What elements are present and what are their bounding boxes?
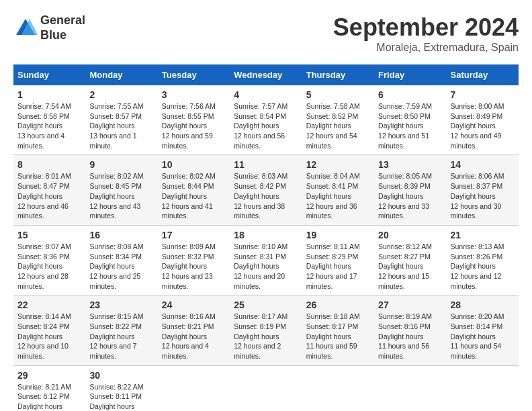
day-number: 10 (162, 159, 226, 170)
location: Moraleja, Extremadura, Spain (333, 42, 519, 54)
day-number: 20 (378, 230, 442, 240)
day-info: Sunrise: 8:16 AM Sunset: 8:21 PM Dayligh… (162, 312, 226, 361)
day-number: 3 (162, 89, 226, 100)
calendar-cell: 19 Sunrise: 8:11 AM Sunset: 8:29 PM Dayl… (302, 225, 374, 295)
day-number: 24 (162, 300, 226, 310)
day-info: Sunrise: 7:54 AM Sunset: 8:58 PM Dayligh… (17, 101, 81, 150)
calendar-cell: 11 Sunrise: 8:03 AM Sunset: 8:42 PM Dayl… (230, 155, 302, 225)
day-number: 8 (17, 159, 81, 170)
calendar-cell: 17 Sunrise: 8:09 AM Sunset: 8:32 PM Dayl… (158, 225, 230, 295)
day-info: Sunrise: 7:58 AM Sunset: 8:52 PM Dayligh… (306, 101, 370, 150)
day-info: Sunrise: 8:02 AM Sunset: 8:45 PM Dayligh… (89, 171, 153, 220)
day-info: Sunrise: 8:21 AM Sunset: 8:12 PM Dayligh… (17, 382, 81, 411)
calendar-cell: 2 Sunrise: 7:55 AM Sunset: 8:57 PM Dayli… (85, 85, 157, 155)
day-number: 7 (451, 89, 515, 100)
calendar-cell: 10 Sunrise: 8:02 AM Sunset: 8:44 PM Dayl… (158, 155, 230, 225)
day-info: Sunrise: 8:00 AM Sunset: 8:49 PM Dayligh… (451, 101, 515, 150)
day-info: Sunrise: 8:04 AM Sunset: 8:41 PM Dayligh… (306, 171, 370, 220)
day-number: 22 (17, 300, 81, 310)
day-info: Sunrise: 8:17 AM Sunset: 8:19 PM Dayligh… (234, 312, 298, 361)
day-number: 4 (234, 89, 298, 100)
day-number: 25 (234, 300, 298, 310)
calendar-cell (158, 365, 230, 411)
day-info: Sunrise: 8:20 AM Sunset: 8:14 PM Dayligh… (451, 312, 515, 361)
day-number: 27 (378, 300, 442, 310)
day-info: Sunrise: 8:13 AM Sunset: 8:26 PM Dayligh… (451, 242, 515, 291)
calendar-header: SundayMondayTuesdayWednesdayThursdayFrid… (13, 64, 519, 85)
day-number: 17 (162, 230, 226, 240)
header-day: Friday (374, 64, 446, 85)
day-number: 12 (306, 159, 370, 170)
header-day: Tuesday (158, 64, 230, 85)
day-info: Sunrise: 8:05 AM Sunset: 8:39 PM Dayligh… (378, 171, 442, 220)
title-block: September 2024 Moraleja, Extremadura, Sp… (333, 13, 519, 54)
day-number: 26 (306, 300, 370, 310)
day-number: 29 (17, 370, 81, 381)
day-number: 9 (89, 159, 153, 170)
calendar-cell: 15 Sunrise: 8:07 AM Sunset: 8:36 PM Dayl… (13, 225, 85, 295)
calendar-cell (374, 365, 446, 411)
day-info: Sunrise: 8:12 AM Sunset: 8:27 PM Dayligh… (378, 242, 442, 291)
day-number: 14 (451, 159, 515, 170)
day-number: 15 (17, 230, 81, 240)
day-info: Sunrise: 8:07 AM Sunset: 8:36 PM Dayligh… (17, 242, 81, 291)
header-day: Saturday (447, 64, 519, 85)
month-title: September 2024 (333, 13, 519, 42)
calendar-cell: 14 Sunrise: 8:06 AM Sunset: 8:37 PM Dayl… (447, 155, 519, 225)
calendar-cell: 22 Sunrise: 8:14 AM Sunset: 8:24 PM Dayl… (13, 295, 85, 365)
day-info: Sunrise: 7:56 AM Sunset: 8:55 PM Dayligh… (162, 101, 226, 150)
calendar-cell: 4 Sunrise: 7:57 AM Sunset: 8:54 PM Dayli… (230, 85, 302, 155)
day-info: Sunrise: 8:06 AM Sunset: 8:37 PM Dayligh… (451, 171, 515, 220)
calendar-table: SundayMondayTuesdayWednesdayThursdayFrid… (13, 64, 519, 411)
day-number: 6 (378, 89, 442, 100)
calendar-cell: 25 Sunrise: 8:17 AM Sunset: 8:19 PM Dayl… (230, 295, 302, 365)
day-info: Sunrise: 8:01 AM Sunset: 8:47 PM Dayligh… (17, 171, 81, 220)
calendar-cell (230, 365, 302, 411)
day-info: Sunrise: 8:11 AM Sunset: 8:29 PM Dayligh… (306, 242, 370, 291)
day-number: 30 (89, 370, 153, 381)
day-number: 23 (89, 300, 153, 310)
calendar-cell: 3 Sunrise: 7:56 AM Sunset: 8:55 PM Dayli… (158, 85, 230, 155)
day-info: Sunrise: 8:10 AM Sunset: 8:31 PM Dayligh… (234, 242, 298, 291)
day-info: Sunrise: 8:14 AM Sunset: 8:24 PM Dayligh… (17, 312, 81, 361)
day-info: Sunrise: 8:22 AM Sunset: 8:11 PM Dayligh… (89, 382, 153, 411)
day-number: 19 (306, 230, 370, 240)
calendar-cell: 8 Sunrise: 8:01 AM Sunset: 8:47 PM Dayli… (13, 155, 85, 225)
calendar-cell: 6 Sunrise: 7:59 AM Sunset: 8:50 PM Dayli… (374, 85, 446, 155)
calendar-cell: 24 Sunrise: 8:16 AM Sunset: 8:21 PM Dayl… (158, 295, 230, 365)
logo-icon (13, 16, 38, 40)
week-row: 15 Sunrise: 8:07 AM Sunset: 8:36 PM Dayl… (13, 225, 519, 295)
day-number: 18 (234, 230, 298, 240)
day-number: 11 (234, 159, 298, 170)
calendar-cell: 13 Sunrise: 8:05 AM Sunset: 8:39 PM Dayl… (374, 155, 446, 225)
day-info: Sunrise: 8:02 AM Sunset: 8:44 PM Dayligh… (162, 171, 226, 220)
calendar-cell: 26 Sunrise: 8:18 AM Sunset: 8:17 PM Dayl… (302, 295, 374, 365)
day-info: Sunrise: 8:15 AM Sunset: 8:22 PM Dayligh… (89, 312, 153, 361)
calendar-cell: 9 Sunrise: 8:02 AM Sunset: 8:45 PM Dayli… (85, 155, 157, 225)
calendar-cell: 21 Sunrise: 8:13 AM Sunset: 8:26 PM Dayl… (447, 225, 519, 295)
day-info: Sunrise: 7:59 AM Sunset: 8:50 PM Dayligh… (378, 101, 442, 150)
logo: General Blue (13, 13, 85, 42)
calendar-cell: 30 Sunrise: 8:22 AM Sunset: 8:11 PM Dayl… (85, 365, 157, 411)
day-info: Sunrise: 8:08 AM Sunset: 8:34 PM Dayligh… (89, 242, 153, 291)
calendar-cell (302, 365, 374, 411)
calendar-cell: 12 Sunrise: 8:04 AM Sunset: 8:41 PM Dayl… (302, 155, 374, 225)
day-number: 28 (451, 300, 515, 310)
calendar-cell: 27 Sunrise: 8:19 AM Sunset: 8:16 PM Dayl… (374, 295, 446, 365)
header-day: Sunday (13, 64, 85, 85)
calendar-cell: 23 Sunrise: 8:15 AM Sunset: 8:22 PM Dayl… (85, 295, 157, 365)
day-info: Sunrise: 8:09 AM Sunset: 8:32 PM Dayligh… (162, 242, 226, 291)
week-row: 8 Sunrise: 8:01 AM Sunset: 8:47 PM Dayli… (13, 155, 519, 225)
calendar-cell: 18 Sunrise: 8:10 AM Sunset: 8:31 PM Dayl… (230, 225, 302, 295)
logo-text: General Blue (40, 13, 85, 42)
header-day: Thursday (302, 64, 374, 85)
day-number: 2 (89, 89, 153, 100)
week-row: 29 Sunrise: 8:21 AM Sunset: 8:12 PM Dayl… (13, 365, 519, 411)
header-day: Monday (85, 64, 157, 85)
calendar-body: 1 Sunrise: 7:54 AM Sunset: 8:58 PM Dayli… (13, 85, 519, 411)
week-row: 1 Sunrise: 7:54 AM Sunset: 8:58 PM Dayli… (13, 85, 519, 155)
day-number: 16 (89, 230, 153, 240)
calendar-cell: 16 Sunrise: 8:08 AM Sunset: 8:34 PM Dayl… (85, 225, 157, 295)
day-info: Sunrise: 8:18 AM Sunset: 8:17 PM Dayligh… (306, 312, 370, 361)
calendar-cell: 29 Sunrise: 8:21 AM Sunset: 8:12 PM Dayl… (13, 365, 85, 411)
